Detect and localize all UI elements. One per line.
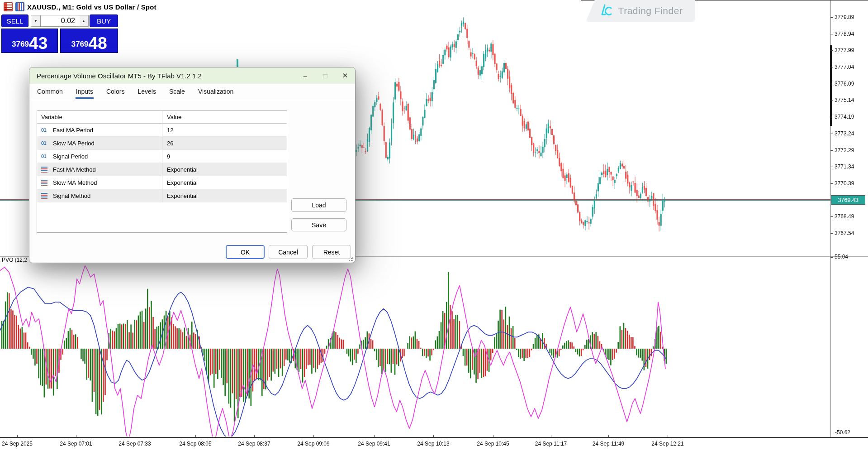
trading-finder-logo-icon [598, 4, 614, 18]
price-axis-label: 3774.19 [835, 114, 854, 120]
indicator-name-label: PVO (12,2 [2, 257, 27, 263]
table-row[interactable]: Slow MA MethodExponential [37, 176, 287, 189]
bid-price-whole: 3769 [12, 40, 29, 49]
window-buttons: –□✕ [295, 67, 355, 84]
mt5-chart-window: XAUUSD., M1: Gold vs US Dollar / Spot SE… [0, 0, 868, 451]
time-axis-label: 24 Sep 2025 [2, 441, 33, 447]
symbol-header: XAUUSD., M1: Gold vs US Dollar / Spot [4, 2, 157, 11]
time-axis-label: 24 Sep 08:05 [179, 441, 211, 447]
price-axis-label: 3775.14 [835, 97, 854, 103]
one-click-trade-panel: SELL ▼ ▲ BUY 3769 43 3769 48 [1, 14, 118, 53]
ask-price-pips: 48 [88, 36, 107, 50]
parameter-value[interactable]: 12 [162, 124, 287, 136]
numeric-parameter-icon: 01 [41, 154, 49, 159]
enum-parameter-icon [41, 193, 47, 199]
time-axis-label: 24 Sep 11:17 [535, 441, 567, 447]
table-row[interactable]: 01Signal Period9 [37, 150, 287, 163]
time-axis-label: 24 Sep 07:33 [119, 441, 151, 447]
parameter-value[interactable]: 9 [162, 150, 287, 163]
parameter-value[interactable]: 26 [162, 137, 287, 149]
volume-input[interactable] [41, 15, 79, 27]
volume-increase-button[interactable]: ▲ [79, 15, 89, 27]
parameter-name: Fast MA Period [53, 127, 93, 134]
time-axis-label: 24 Sep 08:37 [238, 441, 270, 447]
indicator-min-label: -50.62 [835, 429, 850, 436]
buy-button[interactable]: BUY [90, 14, 118, 27]
tab-visualization[interactable]: Visualization [198, 85, 234, 99]
table-header-row: Variable Value [37, 111, 287, 124]
dialog-title-bar[interactable]: Percentage Volume Oscillator MT5 - By TF… [29, 67, 355, 84]
indicator-max-label: 55.04 [835, 254, 848, 260]
bid-price-pips: 43 [29, 36, 47, 50]
parameters-table: Variable Value 01Fast MA Period1201Slow … [37, 110, 287, 233]
parameter-value[interactable]: Exponential [162, 176, 287, 189]
tab-inputs[interactable]: Inputs [76, 85, 94, 99]
minimize-button[interactable]: – [295, 67, 315, 84]
current-price-badge: 3769.43 [831, 195, 865, 205]
tab-colors[interactable]: Colors [106, 85, 125, 99]
parameter-name: Signal Method [53, 192, 90, 199]
price-axis-label: 3779.89 [835, 14, 854, 20]
watermark-text: Trading Finder [618, 5, 683, 16]
numeric-parameter-icon: 01 [41, 127, 49, 133]
time-axis-label: 24 Sep 09:41 [358, 441, 390, 447]
cancel-button[interactable]: Cancel [269, 245, 308, 259]
table-row[interactable]: Fast MA MethodExponential [37, 163, 287, 176]
maximize-button[interactable]: □ [315, 67, 335, 84]
parameter-name: Slow MA Method [53, 179, 97, 186]
parameter-value[interactable]: Exponential [162, 189, 287, 202]
resize-grip[interactable] [349, 256, 353, 261]
price-axis-label: 3777.04 [835, 64, 854, 70]
variable-column-header: Variable [37, 111, 162, 123]
bid-price-display: 3769 43 [1, 29, 58, 53]
parameter-name: Signal Period [53, 153, 88, 160]
table-row[interactable]: 01Fast MA Period12 [37, 124, 287, 137]
time-axis-label: 24 Sep 10:45 [477, 441, 509, 447]
price-axis-label: 3771.34 [835, 163, 854, 170]
volume-decrease-button[interactable]: ▼ [31, 15, 41, 27]
value-column-header: Value [162, 111, 287, 123]
tab-levels[interactable]: Levels [137, 85, 156, 99]
parameter-name: Slow MA Period [53, 140, 95, 147]
enum-parameter-icon [41, 180, 47, 186]
indicator-settings-dialog: Percentage Volume Oscillator MT5 - By TF… [29, 67, 356, 263]
numeric-parameter-icon: 01 [41, 140, 49, 146]
price-axis-label: 3768.49 [835, 213, 854, 220]
table-row[interactable]: 01Slow MA Period26 [37, 137, 287, 150]
price-axis-label: 3776.09 [835, 81, 854, 87]
tab-scale[interactable]: Scale [169, 85, 185, 99]
load-button[interactable]: Load [291, 198, 346, 212]
parameter-value[interactable]: Exponential [162, 163, 287, 176]
price-axis-label: 3773.24 [835, 130, 854, 137]
sell-button[interactable]: SELL [1, 14, 28, 27]
enum-parameter-icon [41, 167, 47, 173]
tab-common[interactable]: Common [37, 85, 63, 99]
close-button[interactable]: ✕ [335, 67, 355, 84]
price-axis-label: 3767.54 [835, 230, 854, 236]
price-axis-label: 3770.39 [835, 180, 854, 187]
ask-price-whole: 3769 [71, 40, 89, 49]
ask-price-display: 3769 48 [60, 29, 118, 53]
table-rows: 01Fast MA Period1201Slow MA Period2601Si… [37, 124, 287, 202]
time-axis-label: 24 Sep 12:21 [651, 441, 683, 447]
time-axis-label: 24 Sep 07:01 [60, 441, 92, 447]
chart-type-icon [15, 2, 24, 11]
reset-button[interactable]: Reset [312, 245, 351, 259]
time-axis-label: 24 Sep 09:09 [297, 441, 329, 447]
depth-of-market-icon [4, 2, 13, 11]
price-axis-label: 3778.94 [835, 31, 854, 37]
save-button[interactable]: Save [291, 218, 346, 231]
table-row[interactable]: Signal MethodExponential [37, 189, 287, 202]
parameter-name: Fast MA Method [53, 166, 96, 173]
time-axis-label: 24 Sep 10:13 [417, 441, 449, 447]
dialog-title: Percentage Volume Oscillator MT5 - By TF… [37, 72, 295, 80]
symbol-title: XAUUSD., M1: Gold vs US Dollar / Spot [27, 3, 157, 11]
price-axis-label: 3772.29 [835, 147, 854, 154]
price-axis-label: 3777.99 [835, 47, 854, 53]
dialog-tabs: CommonInputsColorsLevelsScaleVisualizati… [29, 84, 355, 99]
trading-finder-watermark: Trading Finder [586, 0, 695, 22]
time-axis-label: 24 Sep 11:49 [593, 441, 625, 447]
ok-button[interactable]: OK [226, 245, 265, 259]
